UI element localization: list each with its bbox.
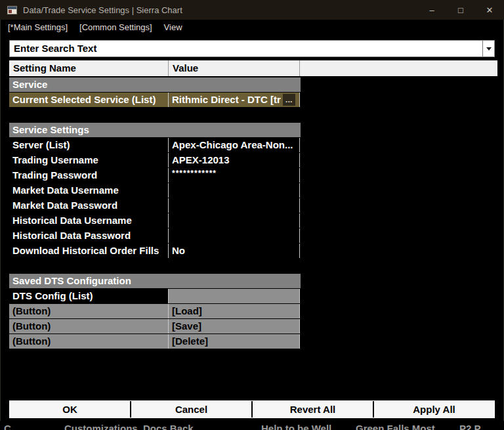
row-filler: [300, 319, 497, 333]
load-button[interactable]: [Load]: [169, 304, 300, 318]
revert-all-button[interactable]: Revert All: [253, 401, 374, 418]
settings-table: Setting Name Value Service Current Selec…: [9, 60, 497, 349]
setting-value[interactable]: [169, 213, 300, 228]
setting-value[interactable]: No: [169, 244, 300, 258]
footer-button-bar: OK Cancel Revert All Apply All: [9, 400, 495, 418]
table-row[interactable]: Download Historical Order Fills No: [9, 244, 497, 259]
row-filler: [300, 289, 497, 303]
apply-all-button[interactable]: Apply All: [374, 401, 494, 418]
clipped-text-fragment: Help to be Well: [261, 423, 331, 430]
row-filler: [300, 138, 497, 152]
search-combobox[interactable]: Enter Search Text: [9, 40, 495, 57]
menu-view[interactable]: View: [164, 22, 182, 32]
app-icon: [7, 6, 17, 14]
setting-name: Trading Password: [9, 168, 169, 183]
save-button[interactable]: [Save]: [169, 319, 300, 333]
table-row: Saved DTS Configuration: [9, 274, 497, 289]
search-input[interactable]: Enter Search Text: [10, 41, 482, 56]
maximize-icon[interactable]: □: [446, 0, 475, 20]
row-filler: [300, 244, 497, 258]
setting-name: Current Selected Service (List): [9, 93, 169, 107]
table-row[interactable]: (Button) [Delete]: [9, 334, 497, 349]
section-header: Service Settings: [9, 123, 301, 137]
row-filler: [301, 123, 497, 137]
row-filler: [300, 153, 497, 167]
setting-value[interactable]: [169, 183, 300, 198]
table-row: Service: [9, 77, 497, 93]
row-filler: [300, 304, 497, 318]
section-header: Saved DTS Configuration: [9, 274, 301, 288]
setting-value[interactable]: [169, 228, 300, 243]
menu-main-settings[interactable]: [*Main Settings]: [8, 22, 68, 32]
setting-name: (Button): [9, 304, 169, 318]
row-filler: [300, 168, 497, 183]
background-clipped-text: C Customizations Docs Back Help to be We…: [0, 421, 504, 430]
close-icon[interactable]: ✕: [475, 0, 504, 20]
setting-name: Download Historical Order Fills: [9, 244, 169, 258]
table-row[interactable]: Server (List) Apex-Chicago Area-Non...: [9, 138, 497, 153]
header-value: Value: [169, 60, 300, 76]
row-filler: [300, 183, 497, 198]
table-row[interactable]: (Button) [Load]: [9, 304, 497, 319]
setting-value[interactable]: Rithmic Direct - DTC [tr ...: [169, 93, 300, 107]
setting-value[interactable]: [169, 198, 300, 213]
chevron-down-icon[interactable]: [482, 41, 494, 56]
window-controls: – □ ✕: [417, 0, 504, 20]
table-spacer-row: [9, 108, 497, 123]
setting-name: Market Data Username: [9, 183, 169, 198]
table-row[interactable]: Historical Data Password: [9, 228, 497, 244]
table-row: Service Settings: [9, 123, 497, 138]
setting-name: Server (List): [9, 138, 169, 152]
table-spacer-row: [9, 259, 497, 274]
setting-name: Historical Data Username: [9, 213, 169, 228]
setting-name: (Button): [9, 319, 169, 333]
menu-common-settings[interactable]: [Common Settings]: [79, 22, 152, 32]
setting-value[interactable]: ************: [169, 168, 300, 183]
clipped-text-fragment: P2 P: [459, 423, 481, 430]
setting-value[interactable]: [169, 289, 300, 303]
table-row[interactable]: Current Selected Service (List) Rithmic …: [9, 93, 497, 108]
table-row[interactable]: Trading Username APEX-12013: [9, 153, 497, 168]
table-row[interactable]: Market Data Username: [9, 183, 497, 198]
minimize-icon[interactable]: –: [417, 0, 446, 20]
clipped-text-fragment: Docs Back: [143, 423, 194, 430]
setting-name: Historical Data Password: [9, 228, 169, 243]
row-filler: [301, 77, 497, 92]
setting-name: DTS Config (List): [9, 289, 169, 303]
table-row[interactable]: Historical Data Username: [9, 213, 497, 228]
row-filler: [300, 198, 497, 213]
ok-button[interactable]: OK: [10, 401, 131, 418]
setting-name: (Button): [9, 334, 169, 349]
window-title: Data/Trade Service Settings | Sierra Cha…: [23, 5, 417, 15]
menu-bar: [*Main Settings] [Common Settings] View: [0, 20, 504, 34]
cancel-button[interactable]: Cancel: [131, 401, 253, 418]
row-filler: [300, 334, 497, 349]
header-setting-name: Setting Name: [9, 60, 169, 76]
header-filler: [300, 60, 497, 76]
table-row[interactable]: Market Data Password: [9, 198, 497, 213]
table-header-row: Setting Name Value: [9, 60, 497, 77]
row-filler: [301, 274, 497, 288]
row-filler: [300, 213, 497, 228]
table-row[interactable]: Trading Password ************: [9, 168, 497, 183]
setting-value[interactable]: Apex-Chicago Area-Non...: [169, 138, 300, 152]
table-row[interactable]: (Button) [Save]: [9, 319, 497, 334]
clipped-text-fragment: C: [4, 423, 11, 430]
clipped-text-fragment: Green Falls Most: [356, 423, 435, 430]
value-overflow-chip: ...: [283, 94, 295, 106]
setting-value[interactable]: APEX-12013: [169, 153, 300, 167]
setting-name: Market Data Password: [9, 198, 169, 213]
table-row[interactable]: DTS Config (List): [9, 289, 497, 304]
row-filler: [300, 228, 497, 243]
setting-name: Trading Username: [9, 153, 169, 167]
delete-button[interactable]: [Delete]: [169, 334, 300, 349]
section-header: Service: [9, 77, 301, 92]
setting-value-text: Rithmic Direct - DTC [tr: [172, 93, 281, 107]
titlebar: Data/Trade Service Settings | Sierra Cha…: [0, 0, 504, 20]
row-filler: [300, 93, 497, 107]
clipped-text-fragment: Customizations: [64, 423, 138, 430]
